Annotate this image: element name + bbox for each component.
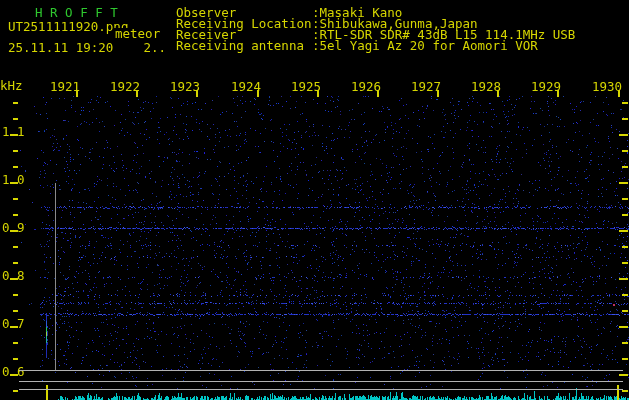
y-axis-minor-tick (13, 118, 18, 120)
receiving-antenna-value: :5el Yagi Az 20 for Aomori VOR (312, 40, 538, 51)
y-axis-right-minor-tick (622, 102, 628, 104)
y-axis-right-minor-tick (622, 214, 628, 216)
x-axis-tick (377, 90, 379, 97)
bottom-row-divider (19, 370, 623, 371)
bottom-row-divider (19, 389, 623, 390)
y-axis-minor-tick (13, 358, 18, 360)
y-axis-major-tick (10, 278, 18, 280)
x-axis-tick (497, 90, 499, 97)
app-title: H R O F F T (35, 7, 118, 18)
y-axis-minor-tick (13, 246, 18, 248)
y-axis-right-minor-tick (622, 342, 628, 344)
y-axis-major-tick (10, 182, 18, 184)
y-axis-right-major-tick (619, 278, 628, 280)
receiving-antenna-label: Receiving antenna (176, 40, 304, 51)
datetime-counter: 25.11.11 19:20 2.. (8, 42, 166, 53)
y-axis-unit-label: kHz (0, 80, 23, 91)
x-axis-tick (317, 90, 319, 97)
x-axis-tick (557, 90, 559, 97)
y-axis-right-minor-tick (622, 118, 628, 120)
y-axis-right-major-tick (619, 134, 628, 136)
x-axis-tick (196, 90, 198, 97)
y-axis-minor-tick (13, 150, 18, 152)
y-axis-minor-tick (13, 214, 18, 216)
y-axis-right-minor-tick (622, 198, 628, 200)
hrofft-window: H R O F F T UT2511111920.png meteor 25.1… (0, 0, 629, 400)
y-axis-major-tick (10, 326, 18, 328)
x-axis-tick (136, 90, 138, 97)
capture-filename: UT2511111920.png (8, 21, 128, 32)
y-axis-right-major-tick (619, 182, 628, 184)
y-axis-right-minor-tick (622, 246, 628, 248)
y-axis-minor-tick (13, 342, 18, 344)
y-axis-right-minor-tick (622, 262, 628, 264)
y-axis-major-tick (10, 230, 18, 232)
y-axis-right-minor-tick (622, 166, 628, 168)
y-axis-major-tick (10, 374, 18, 376)
plot-left-border (55, 183, 56, 370)
y-axis-right-major-tick (619, 326, 628, 328)
y-axis-right-minor-tick (622, 310, 628, 312)
y-axis-right-major-tick (619, 230, 628, 232)
observation-name: meteor (114, 28, 160, 39)
y-axis-minor-tick (13, 262, 18, 264)
bottom-row-divider (19, 381, 623, 382)
y-axis-right-major-tick (619, 374, 628, 376)
y-axis-right-minor-tick (622, 294, 628, 296)
y-axis-minor-tick (13, 198, 18, 200)
y-axis-right-minor-tick (622, 150, 628, 152)
y-axis-minor-tick (13, 310, 18, 312)
y-axis-minor-tick (13, 166, 18, 168)
spectrogram-canvas (0, 0, 629, 400)
x-axis-tick (257, 90, 259, 97)
y-axis-right-minor-tick (622, 358, 628, 360)
y-axis-minor-tick (13, 294, 18, 296)
x-axis-tick (437, 90, 439, 97)
y-axis-major-tick (10, 134, 18, 136)
y-axis-right-minor-tick (622, 390, 628, 392)
y-axis-minor-tick (13, 102, 18, 104)
x-axis-tick (76, 90, 78, 97)
x-axis-tick (618, 90, 620, 97)
y-axis-minor-tick (13, 390, 18, 392)
